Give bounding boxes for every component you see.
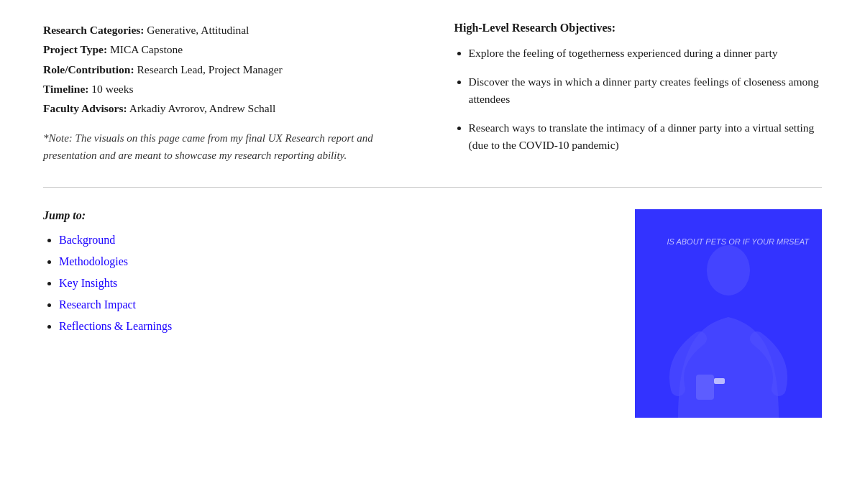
objective-item-3: Research ways to translate the intimacy … [469,119,823,154]
list-item-research-impact: Research Impact [59,298,475,311]
categories-row: Research Categories: Generative, Attitud… [43,22,411,38]
note-text: *Note: The visuals on this page came fro… [43,129,411,164]
project-type-value: MICA Capstone [110,43,183,55]
left-meta: Research Categories: Generative, Attitud… [43,22,411,165]
jump-to-label: Jump to: [43,209,475,222]
page-wrapper: Research Categories: Generative, Attitud… [0,0,865,446]
list-item-background: Background [59,234,475,247]
feature-image: IS ABOUT PETS OR IF YOUR MRSEAT [635,209,822,418]
timeline-label: Timeline: [43,83,88,95]
svg-point-0 [707,245,750,295]
project-type-label: Project Type: [43,43,107,55]
objective-item-2: Discover the ways in which a dinner part… [469,73,823,108]
link-methodologies[interactable]: Methodologies [59,255,128,267]
list-item-reflections: Reflections & Learnings [59,320,475,333]
categories-label: Research Categories: [43,24,144,36]
role-row: Role/Contribution: Research Lead, Projec… [43,61,411,78]
faculty-value: Arkadiy Avrorov, Andrew Schall [129,102,276,114]
svg-rect-2 [714,378,725,384]
timeline-row: Timeline: 10 weeks [43,81,411,97]
bottom-section: Jump to: Background Methodologies Key In… [43,209,822,418]
link-key-insights[interactable]: Key Insights [59,277,117,289]
link-reflections[interactable]: Reflections & Learnings [59,320,172,332]
top-section: Research Categories: Generative, Attitud… [43,22,822,165]
categories-value: Generative, Attitudinal [147,24,249,36]
right-objectives: High-Level Research Objectives: Explore … [454,22,823,165]
jump-list: Background Methodologies Key Insights Re… [43,234,475,333]
project-type-row: Project Type: MICA Capstone [43,41,411,58]
timeline-value: 10 weeks [91,83,133,95]
faculty-row: Faculty Advisors: Arkadiy Avrorov, Andre… [43,100,411,116]
list-item-methodologies: Methodologies [59,255,475,268]
svg-rect-1 [696,375,714,400]
section-divider [43,187,822,188]
faculty-label: Faculty Advisors: [43,102,127,114]
role-value: Research Lead, Project Manager [137,63,282,75]
objectives-title: High-Level Research Objectives: [454,22,823,35]
link-background[interactable]: Background [59,234,115,246]
objective-item-1: Explore the feeling of togetherness expe… [469,45,823,62]
list-item-key-insights: Key Insights [59,277,475,290]
jump-to-section: Jump to: Background Methodologies Key In… [43,209,475,342]
person-silhouette-icon [656,231,800,418]
objectives-list: Explore the feeling of togetherness expe… [454,45,823,154]
link-research-impact[interactable]: Research Impact [59,298,136,311]
role-label: Role/Contribution: [43,63,134,75]
